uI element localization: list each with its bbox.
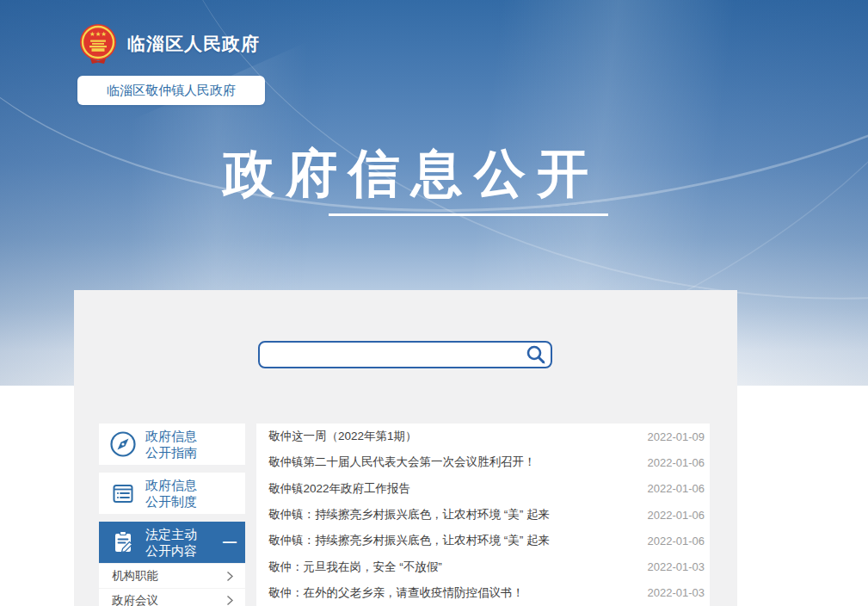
sidebar-item-open-system[interactable]: 政府信息 公开制度	[99, 473, 245, 514]
list-document-icon	[108, 479, 138, 508]
submenu-item-agency-functions[interactable]: 机构职能	[99, 564, 245, 588]
subsite-badge[interactable]: 临淄区敬仲镇人民政府	[77, 76, 265, 105]
page: ★★★ 临淄区人民政府 临淄区敬仲镇人民政府 政府信息公开	[0, 0, 868, 606]
title-underline	[329, 213, 608, 216]
collapse-indicator[interactable]: —	[223, 535, 237, 550]
chevron-right-icon	[226, 595, 234, 606]
sidebar: 政府信息 公开指南 政府信息 公开制度	[99, 424, 245, 606]
compass-icon	[108, 430, 138, 459]
news-date: 2022-01-03	[648, 586, 705, 599]
sidebar-item-label: 政府信息 公开制度	[145, 477, 197, 510]
news-link[interactable]: 敬仲镇：持续擦亮乡村振兴底色，让农村环境 “美” 起来	[268, 507, 550, 523]
sidebar-item-label: 法定主动 公开内容	[145, 526, 197, 559]
news-date: 2022-01-06	[648, 509, 705, 522]
news-date: 2022-01-09	[648, 430, 705, 443]
chevron-right-icon	[226, 571, 234, 582]
sidebar-item-legal-disclosure[interactable]: 法定主动 公开内容 —	[99, 522, 245, 563]
submenu-label: 机构职能	[112, 568, 158, 584]
submenu-item-government-meetings[interactable]: 政府会议	[99, 588, 245, 606]
news-item: 敬仲：元旦我在岗，安全 “不放假” 2022-01-03	[256, 553, 710, 579]
news-link[interactable]: 敬仲这一周（2022年第1期）	[268, 429, 417, 444]
sidebar-item-open-guide[interactable]: 政府信息 公开指南	[99, 424, 245, 465]
news-date: 2022-01-06	[648, 482, 705, 495]
news-link[interactable]: 敬仲镇第二十届人民代表大会第一次会议胜利召开！	[268, 454, 536, 470]
sidebar-submenu: 机构职能 政府会议	[99, 564, 245, 606]
news-item: 敬仲镇第二十届人民代表大会第一次会议胜利召开！ 2022-01-06	[256, 449, 710, 475]
site-logo-link[interactable]: ★★★ 临淄区人民政府	[77, 22, 260, 65]
news-link[interactable]: 敬仲镇：持续擦亮乡村振兴底色，让农村环境 “美” 起来	[268, 533, 550, 548]
news-item: 敬仲：在外的父老乡亲，请查收疫情防控倡议书！ 2022-01-03	[256, 580, 710, 606]
clipboard-pen-icon	[108, 528, 138, 557]
site-name: 临淄区人民政府	[127, 32, 260, 56]
news-list: 敬仲这一周（2022年第1期） 2022-01-09 敬仲镇第二十届人民代表大会…	[256, 424, 710, 606]
news-link[interactable]: 敬仲：元旦我在岗，安全 “不放假”	[268, 560, 442, 575]
news-date: 2022-01-06	[648, 535, 705, 547]
page-title: 政府信息公开	[74, 139, 737, 209]
news-item: 敬仲镇：持续擦亮乡村振兴底色，让农村环境 “美” 起来 2022-01-06	[256, 528, 710, 553]
news-link[interactable]: 敬仲：在外的父老乡亲，请查收疫情防控倡议书！	[268, 585, 524, 601]
news-item: 敬仲镇2022年政府工作报告 2022-01-06	[256, 476, 710, 502]
news-item: 敬仲镇：持续擦亮乡村振兴底色，让农村环境 “美” 起来 2022-01-06	[256, 502, 710, 528]
sidebar-item-label: 政府信息 公开指南	[145, 428, 197, 461]
svg-text:★★★: ★★★	[89, 30, 107, 38]
news-date: 2022-01-03	[648, 560, 705, 573]
content-panel: 政府信息 公开指南 政府信息 公开制度	[74, 290, 737, 606]
search-button[interactable]	[525, 343, 547, 366]
national-emblem-icon: ★★★	[77, 22, 119, 65]
submenu-label: 政府会议	[112, 593, 158, 606]
news-date: 2022-01-06	[648, 456, 705, 469]
news-link[interactable]: 敬仲镇2022年政府工作报告	[268, 481, 410, 497]
search-input[interactable]	[258, 341, 552, 368]
search-bar	[258, 341, 552, 368]
search-icon	[525, 343, 547, 366]
news-item: 敬仲这一周（2022年第1期） 2022-01-09	[256, 424, 710, 449]
